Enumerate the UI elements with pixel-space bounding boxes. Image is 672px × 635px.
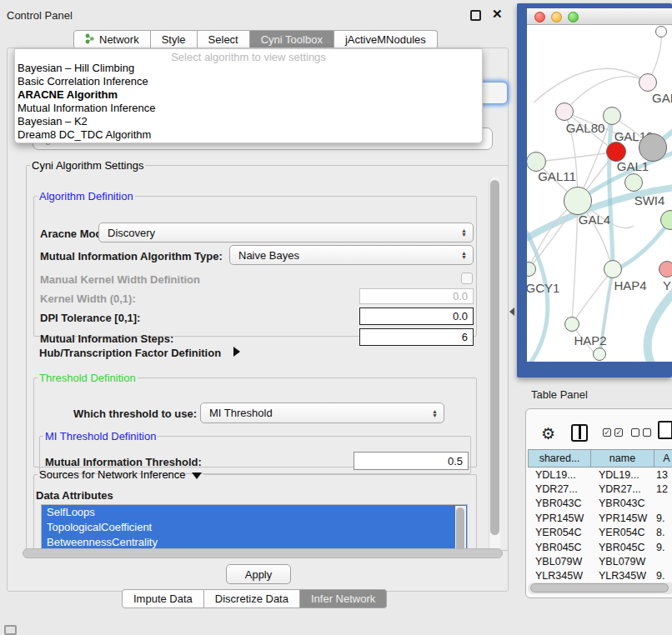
manual-kernel-checkbox[interactable] bbox=[461, 272, 473, 284]
column-browser-icon[interactable] bbox=[571, 424, 588, 442]
which-threshold-combobox[interactable]: MI Threshold ▲▼ bbox=[200, 402, 444, 423]
node[interactable] bbox=[593, 348, 606, 361]
table-row[interactable]: YER054CYER054C8. bbox=[528, 526, 672, 540]
cyni-toolbox-panel: galFiltered.sif default node Select algo… bbox=[7, 48, 509, 592]
algorithm-definition-group: Algorithm Definition Aracne Mode: Discov… bbox=[33, 190, 477, 337]
node-swi4[interactable] bbox=[624, 173, 643, 192]
node-hap2[interactable] bbox=[564, 317, 579, 332]
tab-infer-network[interactable]: Infer Network bbox=[300, 589, 387, 608]
float-window-icon[interactable] bbox=[470, 10, 481, 21]
table-row[interactable]: YLR345WYLR345W9. bbox=[528, 569, 672, 583]
table-cell: YER054C bbox=[528, 526, 591, 540]
node-label: HAP4 bbox=[614, 278, 646, 292]
table-cell: 9. bbox=[654, 540, 672, 554]
deselect-all-icon[interactable] bbox=[643, 428, 651, 437]
collapse-arrow-icon[interactable] bbox=[192, 472, 202, 479]
stepper-icon: ▲▼ bbox=[461, 251, 467, 259]
hub-definition-label[interactable]: Hub/Transcription Factor Definition bbox=[39, 347, 221, 359]
select-all-icon[interactable]: ✓ bbox=[603, 428, 611, 437]
table-row[interactable]: YBR043CYBR043C bbox=[528, 497, 672, 511]
dpi-tolerance-label: DPI Tolerance [0,1]: bbox=[40, 312, 140, 324]
panel-collapse-arrow-icon[interactable] bbox=[509, 308, 514, 316]
table-cell: YPR145W bbox=[591, 511, 654, 525]
mi-threshold-label: Mutual Information Threshold: bbox=[45, 456, 202, 468]
tab-label: Style bbox=[162, 33, 186, 46]
dropdown-item[interactable]: Mutual Information Inference bbox=[15, 102, 482, 115]
gear-icon[interactable]: ⚙ bbox=[541, 424, 555, 443]
tab-label: Network bbox=[99, 33, 139, 46]
dropdown-item[interactable]: Bayesian – Hill Climbing bbox=[15, 62, 482, 75]
tab-cyni-toolbox[interactable]: Cyni Toolbox bbox=[250, 30, 334, 49]
tab-jactivemnodules[interactable]: jActiveMNodules bbox=[334, 30, 438, 49]
table-cell: YBL079W bbox=[591, 554, 654, 568]
node[interactable] bbox=[655, 26, 667, 38]
settings-horizontal-scrollbar[interactable] bbox=[23, 548, 503, 558]
mi-threshold-field[interactable]: 0.5 bbox=[354, 452, 469, 470]
cyni-bottom-tabs: Impute DataDiscretize DataInfer Network bbox=[122, 589, 387, 608]
table-cell: YBR043C bbox=[591, 497, 654, 511]
dpi-tolerance-field[interactable]: 0.0 bbox=[359, 308, 474, 325]
table-horizontal-scrollbar[interactable] bbox=[528, 582, 672, 594]
mi-threshold-definition-title: MI Threshold Definition bbox=[43, 430, 158, 442]
data-attributes-list[interactable]: SelfLoopsTopologicalCoefficientBetweenne… bbox=[41, 504, 468, 555]
close-window-icon[interactable] bbox=[534, 12, 545, 22]
node-y[interactable] bbox=[659, 261, 672, 278]
sources-for-inference-group: Sources for Network Inference Data Attri… bbox=[33, 468, 477, 555]
table-cell: YER054C bbox=[591, 526, 654, 540]
network-window-titlebar[interactable] bbox=[527, 8, 672, 25]
column-header-A[interactable]: A bbox=[654, 449, 672, 468]
dropdown-item[interactable]: Basic Correlation Inference bbox=[15, 75, 482, 88]
deselect-all-icon[interactable] bbox=[631, 428, 639, 437]
mi-steps-field[interactable]: 6 bbox=[359, 328, 474, 346]
attribute-list-item[interactable]: TopologicalCoefficient bbox=[42, 520, 467, 535]
node-gal80[interactable] bbox=[555, 102, 574, 121]
close-panel-icon[interactable]: ✕ bbox=[492, 7, 503, 22]
node-gal[interactable] bbox=[639, 73, 657, 92]
dropdown-item[interactable]: Bayesian – K2 bbox=[15, 115, 482, 128]
table-row[interactable]: YBR045CYBR045C9. bbox=[528, 540, 672, 554]
aracne-mode-combobox[interactable]: Discovery ▲▼ bbox=[98, 222, 474, 242]
expand-arrow-icon[interactable] bbox=[233, 347, 240, 357]
node-gal4[interactable] bbox=[564, 187, 592, 215]
mi-steps-label: Mutual Information Steps: bbox=[40, 332, 173, 345]
table-row[interactable]: YPR145WYPR145W9. bbox=[528, 511, 672, 525]
tab-select[interactable]: Select bbox=[198, 30, 250, 49]
zoom-window-icon[interactable] bbox=[568, 12, 579, 22]
kernel-width-label: Kernel Width (0,1): bbox=[40, 292, 136, 305]
table-cell: YBR043C bbox=[528, 497, 591, 511]
dropdown-item[interactable]: Dream8 DC_TDC Algorithm bbox=[15, 128, 482, 142]
node-label: HAP2 bbox=[574, 333, 606, 348]
minimize-window-icon[interactable] bbox=[551, 12, 562, 22]
network-window-frame[interactable]: GALGAL80GAL10GAL1GAL11SWI4GAL4GCY1HAP4YH… bbox=[517, 3, 672, 378]
manual-kernel-label: Manual Kernel Width Definition bbox=[40, 273, 200, 286]
apply-button[interactable]: Apply bbox=[226, 564, 291, 584]
which-threshold-label: Which threshold to use: bbox=[73, 408, 197, 420]
column-header-shared...[interactable]: shared... bbox=[528, 449, 591, 468]
table-cell: YBR045C bbox=[528, 540, 591, 554]
table-row[interactable]: YDL19...YDL19...13 bbox=[528, 468, 672, 482]
minimized-panel-icon[interactable] bbox=[4, 625, 17, 635]
tab-discretize-data[interactable]: Discretize Data bbox=[204, 589, 300, 608]
tab-impute-data[interactable]: Impute Data bbox=[122, 589, 204, 608]
select-all-icon[interactable]: ✓ bbox=[614, 428, 623, 437]
column-header-name[interactable]: name bbox=[591, 449, 654, 468]
settings-vertical-scrollbar[interactable] bbox=[489, 177, 500, 553]
dropdown-item[interactable]: ARACNE Algorithm bbox=[15, 88, 482, 102]
scrollbar-thumb[interactable] bbox=[490, 180, 499, 535]
mi-algorithm-type-combobox[interactable]: Naive Bayes ▲▼ bbox=[229, 245, 474, 265]
tab-network[interactable]: Network bbox=[73, 30, 151, 49]
sources-group-title[interactable]: Sources for Network Inference bbox=[38, 468, 203, 481]
kernel-width-field[interactable]: 0.0 bbox=[359, 288, 474, 304]
node-hap4[interactable] bbox=[604, 260, 622, 278]
network-canvas[interactable]: GALGAL80GAL10GAL1GAL11SWI4GAL4GCY1HAP4YH… bbox=[527, 26, 672, 362]
table-row[interactable]: YBL079WYBL079W bbox=[528, 554, 672, 568]
table-cell: YBR045C bbox=[591, 540, 654, 554]
attribute-list-item[interactable]: SelfLoops bbox=[42, 505, 467, 520]
table-cell: 9. bbox=[654, 569, 672, 583]
node[interactable] bbox=[639, 133, 667, 162]
document-icon[interactable] bbox=[658, 421, 672, 439]
table-header-row: shared...nameA bbox=[528, 449, 672, 468]
tab-style[interactable]: Style bbox=[151, 30, 198, 49]
node-gal10[interactable] bbox=[603, 107, 621, 125]
table-row[interactable]: YDR27...YDR27...12 bbox=[528, 482, 672, 496]
